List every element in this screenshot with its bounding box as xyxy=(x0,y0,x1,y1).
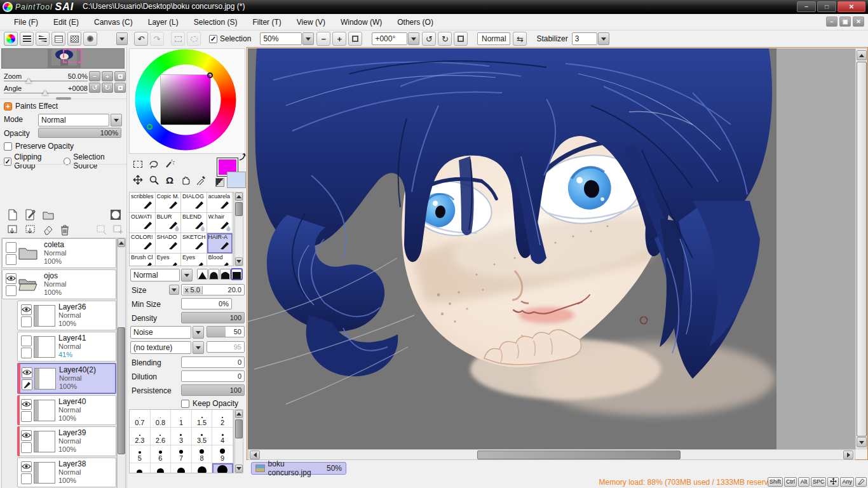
stabilizer-combo[interactable]: 3 xyxy=(572,32,597,45)
hand-tool[interactable] xyxy=(178,172,193,187)
custom-tray-panel-toggle[interactable] xyxy=(83,32,97,46)
brush-size-1.5[interactable]: 1.5 xyxy=(192,410,213,428)
layer-row-layer41[interactable]: Layer41Normal41% xyxy=(17,332,116,362)
layers-vscrollbar[interactable] xyxy=(117,238,126,488)
marquee-tool[interactable] xyxy=(130,156,146,172)
delete-layer-button[interactable] xyxy=(58,224,71,236)
brush-size-partial-4[interactable] xyxy=(212,463,233,473)
mdi-restore-button[interactable]: ▣ xyxy=(839,17,851,27)
layers-scroll-thumb[interactable] xyxy=(118,327,125,454)
brush-size-1[interactable]: 1 xyxy=(171,410,192,428)
eyedropper-tool[interactable] xyxy=(194,172,209,187)
lasso-tool[interactable] xyxy=(146,156,161,172)
invert-selection-button[interactable] xyxy=(187,32,201,46)
menu-item-edit[interactable]: Edit (E) xyxy=(46,15,86,29)
saturation-value-square[interactable] xyxy=(160,74,211,125)
brush-size-3.5[interactable]: 3.5 xyxy=(192,428,213,445)
brush-preset-copic-m-[interactable]: Copic M. xyxy=(156,193,182,213)
zoom-combo[interactable]: 50% xyxy=(260,32,302,45)
layer-row-ojos[interactable]: ojosNormal100% xyxy=(2,269,116,299)
tool-slot-empty-2[interactable] xyxy=(194,156,209,172)
mdi-minimize-button[interactable]: – xyxy=(826,17,837,27)
tool-slot-empty-1[interactable] xyxy=(178,156,193,172)
key-indicator-move[interactable] xyxy=(827,477,839,487)
brush-size-6[interactable]: 6 xyxy=(151,445,172,463)
brush-edge-flat-round[interactable] xyxy=(220,269,231,280)
canvas-hscroll-thumb[interactable] xyxy=(477,451,681,459)
nav-rotate-cw-button[interactable]: ↻ xyxy=(102,83,113,93)
layer-extra-checkbox[interactable] xyxy=(21,411,32,422)
layer-visibility-checkbox[interactable] xyxy=(21,399,32,410)
nav-rotate-reset-button[interactable] xyxy=(114,83,126,93)
key-indicator-any[interactable]: Any xyxy=(840,477,854,487)
scratchpad-panel-toggle[interactable] xyxy=(51,32,65,46)
color-slider-panel-toggle[interactable] xyxy=(20,32,34,46)
undo-button[interactable]: ↶ xyxy=(134,32,148,46)
saturation-value-marker[interactable] xyxy=(207,72,213,78)
brush-scroll-up[interactable] xyxy=(235,193,243,201)
rotate-reset-button[interactable] xyxy=(454,32,468,46)
paint-add-button[interactable] xyxy=(112,224,125,236)
layer-mask-button[interactable] xyxy=(109,208,122,221)
size-unit-dropdown[interactable] xyxy=(169,285,179,295)
layer-row-layer39[interactable]: Layer39Normal100% xyxy=(17,426,116,456)
flip-view-button[interactable]: ⇆ xyxy=(513,32,527,46)
zoom-out-button[interactable]: − xyxy=(316,32,330,46)
layer-extra-checkbox[interactable] xyxy=(21,473,32,484)
layer-visibility-checkbox[interactable] xyxy=(21,430,32,441)
brush-preset-hair-a[interactable]: HAIR-A xyxy=(207,233,233,254)
layer-visibility-checkbox[interactable] xyxy=(22,367,32,378)
layer-row-layer40[interactable]: Layer40Normal100% xyxy=(17,395,116,425)
new-folder-button[interactable] xyxy=(42,208,55,221)
view-mode-button[interactable]: Normal xyxy=(477,32,510,45)
brush-blend-mode-dropdown[interactable] xyxy=(181,269,193,281)
brush-scroll-down[interactable] xyxy=(235,257,243,266)
brush-preset-w-hair[interactable]: W.hair xyxy=(207,213,233,233)
brush-size-0.8[interactable]: 0.8 xyxy=(151,410,172,428)
brush-size-partial-1[interactable] xyxy=(151,463,172,473)
brush-size-partial-0[interactable] xyxy=(130,463,151,473)
brush-size-7[interactable]: 7 xyxy=(171,445,192,463)
key-indicator-shift[interactable]: Shift xyxy=(768,477,783,487)
key-indicator-spc[interactable]: SPC xyxy=(811,477,827,487)
brush-size-3[interactable]: 3 xyxy=(171,428,192,445)
layer-visibility-checkbox[interactable] xyxy=(21,304,32,315)
menu-item-window[interactable]: Window (W) xyxy=(333,15,390,29)
brush-size-0.7[interactable]: 0.7 xyxy=(130,410,151,428)
paint-transfer-button[interactable] xyxy=(95,224,108,236)
layer-row-coleta[interactable]: coletaNormal100% xyxy=(2,238,116,268)
preserve-opacity-checkbox[interactable] xyxy=(4,142,12,151)
keep-opacity-checkbox[interactable] xyxy=(181,400,189,408)
zoom-reset-button[interactable] xyxy=(348,32,362,46)
layer-extra-checkbox[interactable] xyxy=(6,254,17,265)
brush-size-4[interactable]: 4 xyxy=(212,428,233,445)
canvas-scroll-down[interactable] xyxy=(857,437,867,447)
texture-dropdown[interactable] xyxy=(193,341,204,354)
brush-preset-olwati[interactable]: OLWATI xyxy=(130,213,156,233)
edge-hardness-dropdown[interactable] xyxy=(193,326,204,339)
hue-marker[interactable] xyxy=(147,124,153,130)
layer-extra-checkbox[interactable] xyxy=(6,285,17,296)
canvas-scroll-up[interactable] xyxy=(857,50,867,60)
rotate-cw-button[interactable]: ↻ xyxy=(438,32,452,46)
menu-item-layer[interactable]: Layer (L) xyxy=(140,15,186,29)
deselect-button[interactable] xyxy=(171,32,185,46)
toolbar-menu-dropdown[interactable] xyxy=(116,32,128,45)
brush-size-partial-3[interactable] xyxy=(192,463,213,473)
brush-preset-sketch[interactable]: SKETCH xyxy=(181,233,207,254)
edge-hardness-combo[interactable]: Noise xyxy=(130,326,191,339)
menu-item-view[interactable]: View (V) xyxy=(289,15,333,29)
menu-item-file[interactable]: File (F) xyxy=(6,15,46,29)
brush-preset-dialog[interactable]: DIALOG xyxy=(181,193,207,213)
menu-item-selection[interactable]: Selection (S) xyxy=(186,15,245,29)
size-scroll-down[interactable] xyxy=(235,464,243,473)
brush-edge-triangle[interactable] xyxy=(197,269,208,280)
brush-edge-square[interactable] xyxy=(231,269,242,280)
close-button[interactable]: ✕ xyxy=(837,1,865,12)
color-wheel-panel-toggle[interactable] xyxy=(4,32,18,46)
brush-preset-eyes[interactable]: Eyes xyxy=(156,254,182,266)
layer-visibility-checkbox[interactable] xyxy=(6,242,17,253)
key-indicator-alt[interactable]: Alt xyxy=(798,477,810,487)
canvas-vscrollbar[interactable] xyxy=(855,48,867,449)
layer-mode-dropdown[interactable] xyxy=(111,114,122,126)
